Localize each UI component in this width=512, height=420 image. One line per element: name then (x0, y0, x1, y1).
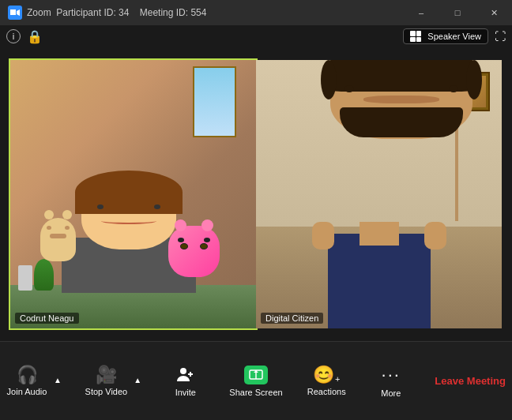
info-bar: i 🔒 Speaker View ⛶ (0, 25, 512, 47)
join-audio-button[interactable]: 🎧 Join Audio (3, 362, 51, 401)
video-grid: Codrut Neagu (10, 60, 502, 328)
svg-marker-1 (10, 9, 16, 15)
speaker-view-button[interactable]: Speaker View (403, 28, 488, 44)
zoom-app-icon (8, 6, 22, 20)
close-button[interactable]: ✕ (476, 0, 512, 25)
maximize-button[interactable]: □ (439, 0, 476, 25)
invite-icon (176, 366, 195, 384)
more-dots-icon: ··· (382, 365, 401, 385)
join-audio-group: 🎧 Join Audio ▲ (3, 362, 65, 401)
title-text: Zoom Participant ID: 34 Meeting ID: 554 (27, 7, 206, 18)
invite-label: Invite (175, 388, 196, 397)
leave-meeting-label: Leave Meeting (435, 375, 506, 387)
more-button[interactable]: ··· More (367, 360, 415, 403)
stop-video-chevron[interactable]: ▲ (130, 376, 145, 386)
stop-video-button[interactable]: 🎥 Stop Video (82, 362, 131, 401)
speaker-view-grid-icon (410, 31, 421, 42)
share-screen-button[interactable]: Share Screen (226, 361, 285, 402)
reactions-icon: 😊 (313, 366, 334, 384)
reactions-plus-icon: + (335, 375, 340, 384)
lock-icon: 🔒 (27, 29, 43, 44)
minimize-button[interactable]: – (403, 0, 439, 25)
join-audio-label: Join Audio (7, 387, 47, 396)
title-bar: Zoom Participant ID: 34 Meeting ID: 554 … (0, 0, 512, 25)
microphone-icon: 🎧 (17, 366, 38, 384)
share-screen-label: Share Screen (229, 388, 282, 397)
chevron-up-icon: ▲ (54, 376, 62, 384)
more-label: More (381, 388, 401, 398)
video-camera-icon: 🎥 (96, 366, 117, 384)
reactions-button[interactable]: 😊 + Reactions (303, 362, 350, 401)
participant-label-codrut: Codrut Neagu (15, 313, 79, 324)
join-audio-chevron[interactable]: ▲ (51, 376, 65, 386)
video-area: Codrut Neagu (0, 47, 512, 341)
toolbar: 🎧 Join Audio ▲ 🎥 Stop Video ▲ (0, 341, 512, 420)
invite-button[interactable]: Invite (162, 361, 209, 402)
participant-label-digital-citizen: Digital Citizen (261, 313, 323, 324)
stop-video-group: 🎥 Stop Video ▲ (82, 362, 145, 401)
info-icon[interactable]: i (6, 29, 21, 43)
reactions-label: Reactions (307, 387, 346, 396)
stop-video-label: Stop Video (85, 387, 128, 396)
svg-point-3 (180, 368, 186, 374)
chevron-up-icon-2: ▲ (134, 376, 141, 384)
leave-meeting-button[interactable]: Leave Meeting (431, 370, 509, 392)
video-tile-digital-citizen: Digital Citizen (256, 60, 502, 328)
fullscreen-button[interactable]: ⛶ (495, 30, 506, 43)
share-screen-icon (244, 366, 268, 384)
video-tile-codrut: Codrut Neagu (10, 60, 256, 328)
